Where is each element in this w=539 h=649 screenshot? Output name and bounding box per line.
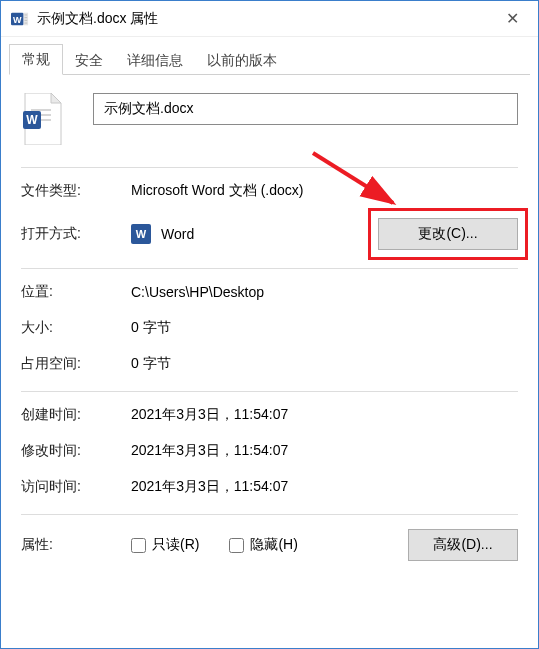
filename-input[interactable] [93, 93, 518, 125]
svg-rect-3 [25, 14, 28, 15]
size-on-disk-label: 占用空间: [21, 355, 131, 373]
tab-security[interactable]: 安全 [63, 46, 115, 75]
tab-previous-versions[interactable]: 以前的版本 [195, 46, 289, 75]
close-icon[interactable]: ✕ [494, 9, 530, 28]
open-with-label: 打开方式: [21, 225, 131, 243]
hidden-label: 隐藏(H) [250, 536, 297, 554]
window-title: 示例文档.docx 属性 [37, 10, 494, 28]
svg-text:W: W [26, 113, 38, 127]
accessed-value: 2021年3月3日，11:54:07 [131, 478, 518, 496]
created-value: 2021年3月3日，11:54:07 [131, 406, 518, 424]
svg-rect-4 [25, 17, 28, 18]
size-label: 大小: [21, 319, 131, 337]
modified-label: 修改时间: [21, 442, 131, 460]
attributes-label: 属性: [21, 536, 131, 554]
modified-value: 2021年3月3日，11:54:07 [131, 442, 518, 460]
change-button[interactable]: 更改(C)... [378, 218, 518, 250]
svg-text:W: W [13, 14, 22, 24]
tab-details[interactable]: 详细信息 [115, 46, 195, 75]
svg-rect-6 [25, 22, 28, 23]
titlebar: W 示例文档.docx 属性 ✕ [1, 1, 538, 37]
hidden-checkbox-input[interactable] [229, 538, 244, 553]
location-label: 位置: [21, 283, 131, 301]
readonly-label: 只读(R) [152, 536, 199, 554]
svg-rect-5 [25, 19, 28, 20]
tab-general[interactable]: 常规 [9, 44, 63, 75]
hidden-checkbox[interactable]: 隐藏(H) [229, 536, 297, 554]
svg-rect-7 [31, 109, 51, 111]
word-app-icon: W [131, 224, 151, 244]
document-icon: W [21, 93, 65, 145]
open-with-app-name: Word [161, 226, 194, 242]
advanced-button[interactable]: 高级(D)... [408, 529, 518, 561]
size-value: 0 字节 [131, 319, 518, 337]
created-label: 创建时间: [21, 406, 131, 424]
file-type-value: Microsoft Word 文档 (.docx) [131, 182, 518, 200]
tab-panel-general: W 文件类型: Microsoft Word 文档 (.docx) 打开方式: … [1, 75, 538, 571]
accessed-label: 访问时间: [21, 478, 131, 496]
location-value: C:\Users\HP\Desktop [131, 284, 518, 300]
readonly-checkbox-input[interactable] [131, 538, 146, 553]
word-icon: W [11, 10, 29, 28]
tab-strip: 常规 安全 详细信息 以前的版本 [9, 45, 530, 75]
file-type-label: 文件类型: [21, 182, 131, 200]
readonly-checkbox[interactable]: 只读(R) [131, 536, 199, 554]
size-on-disk-value: 0 字节 [131, 355, 518, 373]
